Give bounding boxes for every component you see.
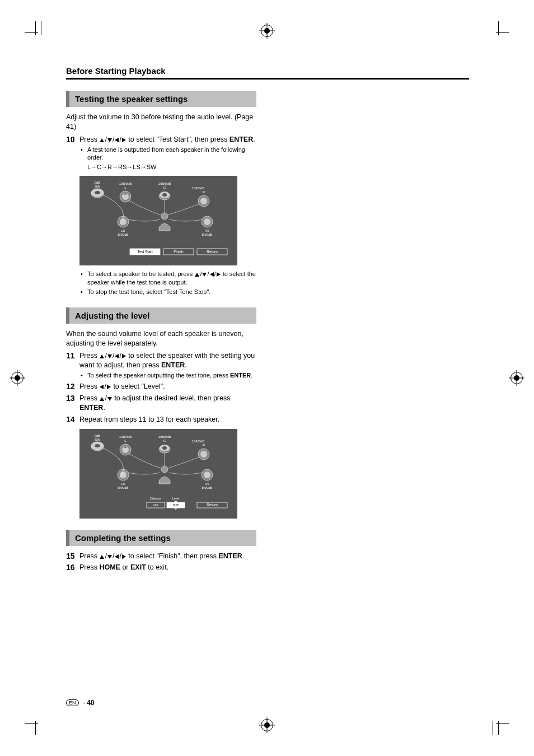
btn-test-start-label: Test Start bbox=[137, 250, 153, 254]
text: Repeat from steps 11 to 13 for each spea… bbox=[79, 415, 219, 424]
text: to select "Level". bbox=[111, 382, 165, 390]
svg-text:C: C bbox=[163, 439, 166, 442]
text: to adjust the desired level, then press bbox=[113, 394, 231, 402]
svg-text:0dB: 0dB bbox=[95, 434, 101, 437]
up-icon bbox=[100, 555, 104, 559]
step-11: 11 Press /// to select the speaker with … bbox=[66, 351, 256, 380]
sub-text: A test tone is outputted from each speak… bbox=[87, 146, 245, 161]
text: to exit. bbox=[146, 563, 168, 571]
level-label: Level bbox=[172, 497, 179, 500]
left-icon bbox=[115, 138, 119, 142]
sep: - bbox=[81, 699, 87, 707]
svg-text:10ft/0dB: 10ft/0dB bbox=[192, 440, 204, 443]
up-icon bbox=[100, 138, 104, 142]
section-title: Before Starting Playback bbox=[66, 66, 469, 76]
enter-label: ENTER bbox=[79, 404, 103, 412]
up-icon bbox=[174, 501, 177, 502]
svg-point-12 bbox=[120, 218, 127, 225]
right-icon bbox=[122, 554, 126, 559]
right-icon bbox=[122, 354, 126, 358]
home-label: HOME bbox=[99, 563, 120, 571]
step-16: 16 Press HOME or EXIT to exit. bbox=[66, 563, 256, 572]
btn-return-label: Return bbox=[207, 250, 218, 254]
svg-point-33 bbox=[161, 466, 168, 473]
text: Press bbox=[79, 382, 99, 390]
step-10: 10 Press /// to select "Test Start", the… bbox=[66, 135, 256, 171]
text: . bbox=[251, 372, 252, 379]
sw-label: SW bbox=[95, 185, 100, 188]
text: . bbox=[103, 404, 105, 412]
down-icon bbox=[107, 354, 112, 358]
left-icon bbox=[210, 272, 214, 277]
right-icon bbox=[122, 138, 126, 142]
l-value: 10ft/0dB bbox=[119, 182, 132, 185]
speaker-diagram-test: 0dB SW 10ft/0dB L 10ft/0dB C bbox=[79, 176, 237, 265]
speaker-chain: L→C→R→RS→LS→SW bbox=[87, 164, 156, 170]
step-12: 12 Press / to select "Level". bbox=[66, 382, 256, 391]
distance-value: 10ft bbox=[153, 503, 158, 507]
text: or bbox=[120, 563, 130, 571]
rs-label: RS bbox=[205, 229, 209, 232]
up-icon bbox=[100, 397, 104, 401]
text: to select "Finish", then press bbox=[127, 552, 219, 560]
enter-label: ENTER bbox=[230, 372, 251, 379]
text: Press bbox=[79, 352, 99, 360]
right-icon bbox=[107, 385, 111, 389]
svg-text:LS: LS bbox=[121, 482, 125, 486]
heading-adjusting: Adjusting the level bbox=[66, 307, 256, 324]
speaker-diagram-level: 0dB SW 10ft/0dB L 10ft/0dB C 10ft/0dB bbox=[79, 429, 237, 519]
step-number: 11 bbox=[66, 351, 79, 380]
text: Press bbox=[79, 136, 99, 143]
intro-text: When the sound volume level of each spea… bbox=[66, 329, 256, 348]
text: Press bbox=[79, 563, 99, 571]
up-icon bbox=[100, 354, 104, 358]
heading-completing: Completing the settings bbox=[66, 530, 256, 546]
svg-text:10ft/0dB: 10ft/0dB bbox=[119, 435, 132, 438]
intro-text: Adjust the volume to 30 before testing t… bbox=[66, 113, 256, 132]
c-value: 10ft/0dB bbox=[158, 182, 171, 185]
divider bbox=[66, 78, 469, 80]
page-number: 40 bbox=[87, 699, 94, 707]
down-icon bbox=[202, 273, 207, 277]
l-label: L bbox=[124, 186, 127, 189]
level-value: 0dB bbox=[173, 503, 179, 507]
svg-text:RS: RS bbox=[205, 482, 209, 486]
svg-point-32 bbox=[200, 451, 207, 458]
svg-text:L: L bbox=[124, 439, 127, 442]
step-number: 13 bbox=[66, 394, 79, 413]
distance-label: Distance bbox=[150, 497, 161, 500]
svg-point-28 bbox=[162, 446, 167, 450]
ls-value: 8ft/0dB bbox=[118, 233, 128, 236]
ls-label: LS bbox=[121, 229, 125, 232]
left-icon bbox=[115, 354, 119, 358]
step-14: 14 Repeat from steps 11 to 13 for each s… bbox=[66, 415, 256, 424]
enter-label: ENTER bbox=[218, 552, 242, 560]
down-icon bbox=[107, 138, 112, 142]
svg-point-19 bbox=[95, 444, 100, 447]
step-number: 14 bbox=[66, 415, 79, 424]
svg-text:SW: SW bbox=[95, 438, 100, 441]
svg-point-39 bbox=[204, 472, 210, 478]
svg-point-14 bbox=[204, 218, 210, 225]
page-footer: EN - 40 bbox=[66, 699, 95, 707]
svg-text:8ft/0dB: 8ft/0dB bbox=[118, 486, 128, 489]
step-number: 10 bbox=[66, 135, 79, 171]
down-icon bbox=[107, 397, 112, 401]
btn-finish-label: Finish bbox=[174, 250, 184, 254]
rs-value: 8ft/0dB bbox=[202, 233, 212, 236]
r-label: R bbox=[203, 190, 205, 194]
sub-text: To select the speaker outputting the tes… bbox=[87, 372, 230, 379]
up-icon bbox=[195, 273, 199, 277]
heading-testing: Testing the speaker settings bbox=[66, 91, 256, 107]
down-icon bbox=[107, 555, 112, 559]
text: . bbox=[242, 552, 244, 560]
lang-badge: EN bbox=[66, 699, 79, 706]
step-number: 12 bbox=[66, 382, 79, 391]
step-number: 15 bbox=[66, 552, 79, 561]
sw-value: 0dB bbox=[95, 181, 101, 184]
r-value: 10ft/0dB bbox=[192, 186, 204, 190]
down-icon bbox=[174, 508, 177, 510]
text: Press bbox=[79, 552, 99, 560]
svg-point-7 bbox=[162, 193, 167, 197]
left-icon bbox=[100, 385, 104, 389]
